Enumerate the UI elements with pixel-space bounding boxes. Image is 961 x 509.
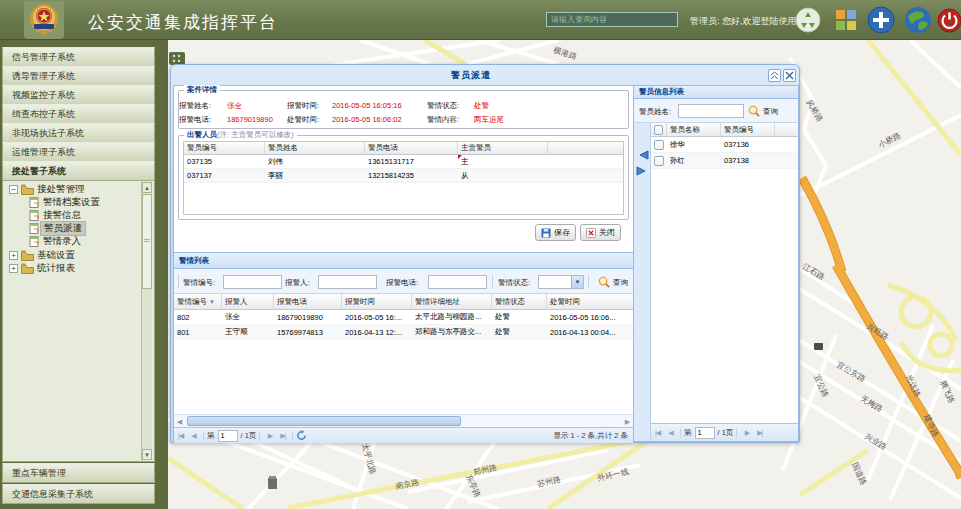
last-page-icon[interactable]: ▶|	[276, 432, 289, 440]
status-select[interactable]: ▼	[538, 275, 584, 289]
search-button[interactable]: 查询	[613, 278, 628, 288]
sidebar-item-signal[interactable]: 信号管理子系统	[2, 47, 155, 67]
last-page-icon[interactable]: ▶|	[753, 429, 766, 437]
officer-row[interactable]: 徐华 037136	[651, 137, 798, 153]
building-icon	[268, 476, 277, 489]
sidebar-item-traffic-info[interactable]: 交通信息采集子系统	[2, 484, 155, 504]
alert-id-input[interactable]	[223, 275, 282, 289]
tree-node-report[interactable]: + 统计报表	[7, 262, 78, 274]
scroll-thumb[interactable]	[142, 194, 152, 289]
column-header[interactable]: 处警时间	[547, 294, 632, 309]
page-icon	[29, 236, 40, 247]
apps-grid-icon[interactable]	[831, 5, 861, 35]
phone-input[interactable]	[428, 275, 487, 289]
row-checkbox[interactable]	[654, 156, 664, 166]
next-page-icon[interactable]: ▶	[740, 429, 753, 437]
tree-node-receive[interactable]: 接警信息	[29, 209, 84, 221]
officer-name-label: 警员姓名:	[639, 107, 671, 117]
scroll-right-button[interactable]: ▶	[622, 416, 633, 427]
prev-page-icon[interactable]: ◀	[187, 432, 200, 440]
caller-label: 报警人:	[285, 278, 310, 288]
prev-page-icon[interactable]: ◀	[664, 429, 677, 437]
sidebar-item-guidance[interactable]: 诱导管理子系统	[2, 66, 155, 86]
alert-row[interactable]: 801 王守顺 15769974813 2016-04-13 12:... 郑和…	[174, 325, 633, 340]
dispatch-tree: − 接处警管理 警情档案设置 接警信息 警员派遣 警情录入 +	[2, 180, 155, 462]
search-icon	[598, 276, 610, 288]
column-header[interactable]: 警员电话	[365, 142, 458, 154]
power-icon[interactable]	[934, 5, 961, 35]
sidebar-item-ops[interactable]: 运维管理子系统	[2, 142, 155, 162]
sidebar-item-dispatch[interactable]: 接处警子系统	[2, 161, 155, 181]
tree-node-dispatch[interactable]: 警员派遣	[29, 222, 86, 234]
folder-icon	[21, 184, 34, 195]
dispatch-personnel-fieldset: 出警人员(注: 主责警员可以修改) 警员编号 警员姓名 警员电话 主责警员 03…	[178, 135, 629, 220]
scroll-up-button[interactable]: ▲	[142, 182, 152, 193]
next-page-icon[interactable]: ▶	[263, 432, 276, 440]
app: 横港路 风桥路 小桥路 江石路 兴旺路 宜公东路 宜公路 光达路 无梅路 腾飞路…	[0, 0, 961, 509]
move-left-icon[interactable]	[636, 149, 649, 161]
close-window-icon[interactable]	[783, 69, 796, 82]
save-button[interactable]: 保存	[535, 224, 576, 241]
column-header[interactable]: 警员编号	[184, 142, 265, 154]
column-header[interactable]: 报警电话	[274, 294, 342, 309]
column-header[interactable]: 警情详细地址	[412, 294, 492, 309]
page-icon	[29, 197, 40, 208]
column-header[interactable]: 警员编号	[721, 123, 775, 136]
transfer-strip	[634, 123, 651, 441]
sidebar-item-key-vehicle[interactable]: 重点车辆管理	[2, 463, 155, 483]
column-header[interactable]: 警情状态	[492, 294, 547, 309]
column-header[interactable]: 警员名称	[667, 123, 721, 136]
report-time-label: 报警时间:	[287, 101, 319, 111]
tree-node-manage[interactable]: − 接处警管理	[7, 183, 88, 195]
select-all-checkbox[interactable]	[654, 125, 663, 135]
tree-node-basic[interactable]: + 基础设置	[7, 249, 78, 261]
refresh-icon[interactable]	[296, 430, 307, 441]
tree-node-archive[interactable]: 警情档案设置	[29, 196, 103, 208]
tree-node-entry[interactable]: 警情录入	[29, 235, 84, 247]
dispatch-row[interactable]: 037137 李丽 13215814235 从	[184, 169, 623, 183]
search-icon	[748, 105, 760, 117]
alert-row[interactable]: 802 张全 18679019890 2016-05-05 16:... 太平北…	[174, 310, 633, 325]
expand-icon[interactable]: +	[9, 264, 18, 273]
recycle-icon[interactable]	[793, 5, 823, 35]
column-header[interactable]: 警员姓名	[265, 142, 365, 154]
expand-icon[interactable]: +	[9, 251, 18, 260]
tree-scrollbar[interactable]: ▲ ▼	[141, 182, 152, 460]
scroll-thumb[interactable]	[187, 416, 461, 426]
column-header-sorted[interactable]: 警情编号 ▼	[174, 294, 222, 309]
scroll-left-button[interactable]: ◀	[174, 416, 185, 427]
first-page-icon[interactable]: |◀	[651, 429, 664, 437]
caller-input[interactable]	[318, 275, 377, 289]
close-button[interactable]: 关闭	[580, 224, 621, 241]
admin-welcome-text: 管理员: 您好,欢迎登陆使用	[690, 15, 797, 28]
sidebar-item-patrol[interactable]: 缉查布控子系统	[2, 104, 155, 124]
alert-content-label: 警情内容:	[427, 115, 459, 125]
officer-name-input[interactable]	[678, 104, 744, 118]
horizontal-scrollbar[interactable]: ◀ ▶	[174, 414, 633, 427]
officer-list-title: 警员信息列表	[634, 86, 798, 99]
first-page-icon[interactable]: |◀	[174, 432, 187, 440]
row-checkbox[interactable]	[654, 140, 664, 150]
sidebar-item-offsite[interactable]: 非现场执法子系统	[2, 123, 155, 143]
collapse-window-icon[interactable]	[768, 69, 781, 82]
scroll-down-button[interactable]: ▼	[142, 449, 152, 460]
column-header[interactable]: 报警时间	[342, 294, 412, 309]
move-right-icon[interactable]	[636, 165, 649, 177]
chevron-down-icon[interactable]: ▼	[571, 276, 583, 288]
page-number-input[interactable]	[218, 430, 238, 442]
case-panel: 案件详情 报警姓名: 张全 报警时间: 2016-05-05 16:05:16 …	[174, 86, 634, 441]
sidebar-item-video[interactable]: 视频监控子系统	[2, 85, 155, 105]
add-icon[interactable]	[866, 5, 896, 35]
globe-icon[interactable]	[903, 5, 933, 35]
folder-icon	[21, 250, 34, 261]
officer-search-button[interactable]: 查询	[763, 107, 778, 117]
officer-row[interactable]: 孙红 037138	[651, 153, 798, 169]
column-header[interactable]: 主责警员	[458, 142, 548, 154]
collapse-icon[interactable]: −	[9, 185, 18, 194]
record-count-text: 显示 1 - 2 条,共计 2 条	[553, 431, 633, 441]
header-search-input[interactable]	[546, 12, 678, 27]
column-header[interactable]: 报警人	[222, 294, 274, 309]
dispatch-row[interactable]: 037135 刘伟 13615131717 主	[184, 155, 623, 169]
page-number-input[interactable]	[695, 427, 715, 439]
window-title: 警员派遣	[171, 65, 799, 85]
